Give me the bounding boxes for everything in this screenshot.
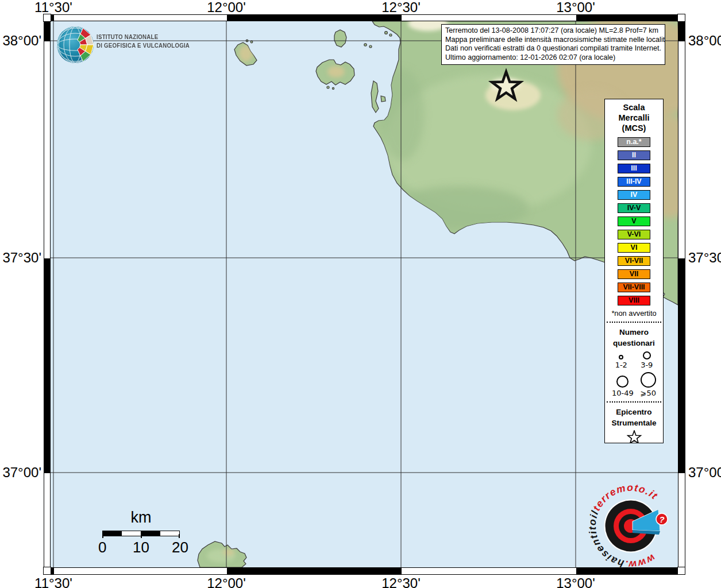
questionnaire-circle-icon	[641, 372, 656, 388]
questionnaire-size-⩾50: ⩾50	[641, 372, 656, 397]
scale-bar: km 0 10 20	[102, 509, 180, 536]
legend: Scala Mercalli (MCS) n.a.*IIIIIIII-IVIVI…	[604, 99, 664, 443]
lon-label-top-3: 13°00'	[548, 1, 603, 14]
legend-separator-1	[607, 322, 661, 323]
scale-tick-10	[141, 534, 142, 538]
legend-scale-v-vi: V-VI	[618, 230, 650, 239]
scale-label-20: 20	[172, 539, 188, 556]
lon-label-bottom-0: 11°30'	[26, 577, 81, 588]
lon-label-bottom-2: 12°30'	[373, 577, 429, 588]
lat-label-right-1: 37°30'	[688, 251, 721, 265]
legend-title: Scala Mercalli (MCS)	[605, 102, 663, 133]
ingv-name: ISTITUTO NAZIONALE DI GEOFISICA E VULCAN…	[97, 33, 190, 49]
legend-scale-vii: VII	[618, 269, 650, 279]
frame-right	[678, 21, 685, 567]
lon-label-top-2: 12°30'	[373, 1, 429, 14]
scale-tick-0	[102, 534, 103, 538]
lat-label-left-0: 38°00'	[0, 34, 41, 48]
lat-label-right-0: 38°00'	[688, 34, 721, 48]
legend-separator-2	[607, 401, 661, 403]
legend-scale-vii-viii: VII-VIII	[618, 283, 650, 292]
frame-corner-tl	[43, 14, 51, 22]
scale-label-10: 10	[133, 539, 149, 556]
questionnaire-row-2: 10-49⩾50	[605, 372, 663, 397]
questionnaire-size-label: ⩾50	[641, 389, 656, 397]
epicenter-title: Epicentro Strumentale	[605, 407, 663, 428]
frame-corner-br	[677, 567, 685, 575]
lat-label-right-2: 37°00'	[688, 466, 721, 479]
questionnaire-size-label: 10-49	[612, 389, 634, 397]
questionnaire-size-1-2: 1-2	[615, 355, 627, 369]
lat-label-left-2: 37°00'	[0, 466, 41, 479]
scale-tick-20	[179, 534, 180, 538]
lon-label-bottom-1: 12°00'	[199, 577, 254, 588]
lat-label-left-1: 37°30'	[0, 251, 41, 265]
legend-scale-iii: III	[618, 164, 650, 173]
legend-scale-v: V	[618, 216, 650, 226]
frame-left	[44, 21, 51, 567]
map-canvas: ? www.haisentitoilterremoto.it	[51, 21, 678, 567]
epicenter-legend-star-icon	[627, 430, 642, 443]
questionnaire-size-10-49: 10-49	[612, 376, 634, 397]
info-line-1: Terremoto del 13-08-2008 17:07:27 (ora l…	[445, 26, 661, 36]
legend-scale-ii: II	[618, 150, 650, 160]
legend-scale-viii: VIII	[618, 296, 650, 305]
legend-scale-iii-iv: III-IV	[618, 177, 650, 187]
scale-label-0: 0	[98, 539, 106, 556]
lon-label-bottom-3: 13°00'	[548, 577, 603, 588]
frame-top	[51, 14, 678, 21]
legend-scale-list: n.a.*IIIIIIII-IVIVIV-VVV-VIVIVI-VIIVIIVI…	[605, 137, 663, 305]
frame-corner-tr	[677, 14, 685, 22]
scale-bar-unit: km	[102, 509, 180, 527]
legend-scale-n-a-: n.a.*	[618, 137, 650, 147]
legend-scale-vi: VI	[618, 243, 650, 253]
questionnaire-circle-icon	[643, 351, 651, 359]
legend-scale-iv-v: IV-V	[618, 203, 650, 213]
legend-footnote: *non avvertito	[605, 309, 663, 318]
info-line-2: Mappa preliminare delle intensità macros…	[445, 36, 661, 45]
frame-bottom	[51, 567, 678, 575]
questionnaire-size-3-9: 3-9	[641, 351, 653, 369]
lon-label-top-1: 12°00'	[199, 1, 254, 14]
questionnaire-sizes: 1-23-910-49⩾50	[605, 351, 663, 397]
questionnaire-size-label: 3-9	[641, 361, 653, 369]
legend-scale-vi-vii: VI-VII	[618, 256, 650, 266]
questionnaire-size-label: 1-2	[615, 361, 627, 369]
info-box: Terremoto del 13-08-2008 17:07:27 (ora l…	[441, 24, 665, 65]
lon-label-top-0: 11°30'	[26, 1, 81, 14]
info-line-4: Ultimo aggiornamento: 12-01-2026 02:07 (…	[445, 53, 661, 63]
questionnaires-title: Numero questionari	[605, 327, 663, 349]
questionnaire-circle-icon	[616, 376, 629, 388]
map-page: ? www.haisentitoilterremoto.it 11°30' 12…	[0, 0, 721, 588]
legend-scale-iv: IV	[618, 190, 650, 200]
info-line-3: Dati non verificati estratti da 0 questi…	[445, 44, 661, 53]
ingv-globe-icon	[57, 26, 94, 63]
question-mark: ?	[659, 514, 664, 524]
questionnaire-circle-icon	[619, 355, 623, 359]
frame-corner-bl	[43, 567, 51, 575]
questionnaire-row-1: 1-23-9	[605, 351, 663, 369]
